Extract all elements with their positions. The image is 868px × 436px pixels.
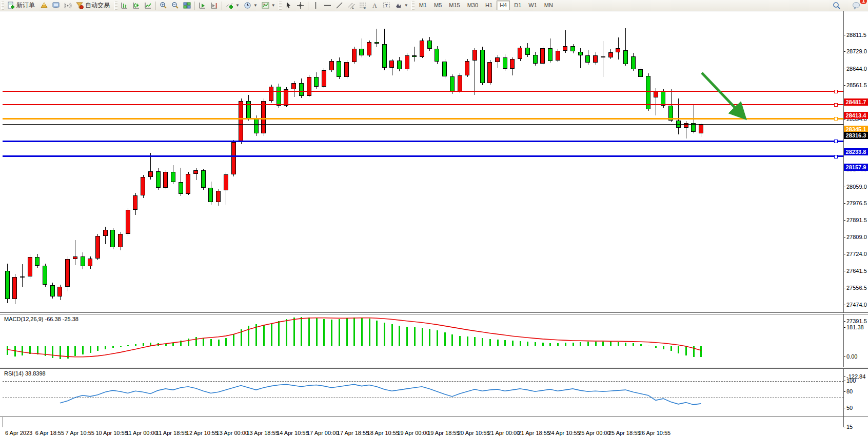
new-order-button[interactable]: 新订单 [5, 0, 38, 11]
timeframe-m30[interactable]: M30 [464, 1, 481, 10]
candle-bullish [126, 210, 130, 234]
level-endpoint-marker[interactable] [834, 155, 838, 158]
autotrading-button[interactable]: 自动交易 [74, 0, 113, 11]
candle-bullish [344, 62, 349, 77]
macd-histogram-bar [602, 342, 604, 346]
timeframe-w1[interactable]: W1 [525, 1, 540, 10]
macd-histogram-bar [241, 329, 242, 346]
candle-bullish [103, 230, 108, 236]
level-line-support[interactable] [3, 141, 843, 142]
vertical-line-button[interactable] [310, 0, 322, 11]
text-button[interactable]: A [369, 0, 381, 11]
macd-histogram-bar [489, 339, 491, 347]
macd-axis-label: 181.38 [846, 324, 864, 330]
candle-bearish [412, 55, 417, 57]
bar-chart-button[interactable] [119, 0, 130, 11]
candle-bearish [397, 61, 402, 69]
timeframe-m5[interactable]: M5 [431, 1, 445, 10]
time-axis-label: 11 Apr 18:55 [156, 430, 188, 436]
level-endpoint-marker[interactable] [834, 90, 838, 93]
signal-button[interactable] [62, 0, 74, 11]
crosshair-button[interactable] [294, 0, 306, 11]
toolbar-grip[interactable] [114, 2, 117, 10]
candle-bullish [654, 91, 658, 97]
fibonacci-button[interactable]: F [357, 0, 369, 11]
tile-windows-button[interactable] [181, 0, 193, 11]
macd-histogram-bar [587, 342, 589, 346]
chart-shift-button[interactable] [208, 0, 220, 11]
candle-bullish [269, 87, 273, 101]
toolbar-grip[interactable] [1, 2, 4, 10]
macd-histogram-bar [467, 336, 468, 346]
macd-histogram-bar [429, 329, 430, 346]
bar-chart-icon [121, 2, 128, 9]
macd-histogram-bar [105, 346, 106, 349]
candle-bullish [458, 75, 462, 92]
macd-histogram-bar [685, 346, 687, 355]
equidistant-channel-button[interactable]: E [345, 0, 357, 11]
line-chart-button[interactable] [142, 0, 154, 11]
timeframe-d1[interactable]: D1 [511, 1, 524, 10]
toolbar-grip[interactable] [411, 2, 415, 10]
text-label-button[interactable]: T [381, 0, 392, 11]
arrows-button[interactable]: ▼ [392, 0, 410, 11]
rsi-pane[interactable] [0, 369, 843, 417]
candlestick-chart-button[interactable] [130, 0, 142, 11]
candle-bearish [208, 188, 213, 202]
macd-histogram-bar [120, 346, 122, 347]
candle-bearish [156, 171, 161, 188]
level-line-resistance[interactable] [3, 91, 843, 92]
level-line-current-price[interactable] [3, 124, 843, 125]
timeframe-h4[interactable]: H4 [497, 1, 510, 10]
timeframe-m1[interactable]: M1 [416, 1, 430, 10]
templates-button[interactable]: ▼ [260, 0, 278, 11]
level-endpoint-marker[interactable] [834, 103, 838, 107]
candle-bearish [171, 172, 175, 182]
candle-bearish [503, 57, 507, 69]
zoom-out-button[interactable] [169, 0, 181, 11]
candle-bullish [405, 55, 409, 70]
timeframe-m15[interactable]: M15 [446, 1, 463, 10]
horizontal-line-button[interactable] [322, 0, 333, 11]
level-line-resistance[interactable] [3, 104, 843, 105]
macd-pane[interactable] [0, 314, 843, 367]
candle-bullish [73, 256, 77, 260]
timeframe-mn[interactable]: MN [541, 1, 556, 10]
timeframe-h1[interactable]: H1 [482, 1, 496, 10]
macd-histogram-bar [14, 346, 16, 356]
trendline-button[interactable] [333, 0, 345, 11]
indicators-icon [226, 2, 233, 9]
gold-stack-button[interactable] [38, 0, 50, 11]
chat-button[interactable]: 1 [850, 0, 863, 11]
tile-windows-icon [183, 2, 191, 9]
candle-bullish [216, 191, 221, 203]
periods-button[interactable]: ▼ [242, 0, 260, 11]
rsi-label: RSI(14) 38.8398 [4, 370, 46, 376]
search-button[interactable] [831, 0, 843, 11]
level-line-support[interactable] [3, 155, 843, 157]
macd-histogram-bar [263, 325, 265, 346]
chart-shift-icon [210, 2, 218, 9]
candle-bearish [585, 55, 590, 63]
time-axis-label: 26 Apr 10:55 [639, 430, 670, 436]
toolbar-grip[interactable] [279, 2, 282, 10]
level-endpoint-marker[interactable] [834, 140, 838, 143]
price-tick-label: 28059.0 [846, 184, 867, 190]
terminal-icon [52, 2, 60, 9]
price-pane[interactable] [0, 11, 843, 312]
level-line-pivot[interactable] [3, 118, 843, 120]
indicators-button[interactable]: ▼ [224, 0, 242, 11]
terminal-button[interactable] [50, 0, 62, 11]
candle-bearish [631, 56, 636, 69]
time-axis-label: 21 Apr 00:00 [488, 430, 520, 436]
macd-histogram-bar [693, 346, 695, 357]
macd-histogram-bar [573, 343, 574, 347]
fibonacci-icon: F [359, 2, 367, 9]
svg-text:F: F [364, 7, 366, 9]
macd-histogram-bar [497, 340, 499, 346]
zoom-in-button[interactable] [157, 0, 169, 11]
candle-bullish [540, 48, 545, 64]
level-endpoint-marker[interactable] [834, 117, 838, 121]
auto-scroll-button[interactable] [196, 0, 208, 11]
cursor-button[interactable] [283, 0, 294, 11]
